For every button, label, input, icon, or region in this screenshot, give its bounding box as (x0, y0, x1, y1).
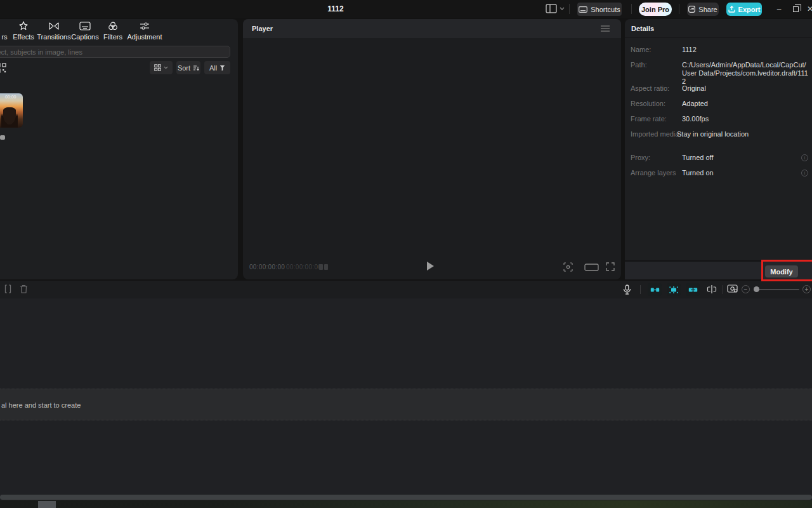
adjustment-icon (140, 21, 150, 31)
player-panel: Player 00:00:00:00 00:00:00:00 (243, 19, 621, 279)
horizontal-scrollbar[interactable] (0, 495, 812, 500)
delete-icon[interactable] (20, 284, 28, 293)
cover-icon[interactable] (727, 284, 738, 293)
tab-adjustment[interactable]: Adjustment (122, 21, 167, 41)
ratio-icon[interactable] (584, 264, 599, 271)
export-icon (728, 6, 735, 13)
filters-icon (108, 21, 118, 31)
join-pro-button[interactable]: Join Pro (639, 3, 672, 16)
zoom-in-button[interactable]: + (802, 285, 811, 293)
close-icon: ✕ (807, 4, 812, 13)
restore-icon (793, 6, 799, 12)
chevron-down-icon (164, 66, 168, 69)
detail-label: Frame rate: (631, 115, 667, 123)
all-label: All (209, 64, 217, 72)
detail-label: Arrange layers (631, 169, 676, 177)
chevron-down-icon (560, 7, 565, 10)
filter-all-button[interactable]: All (204, 61, 230, 74)
timecode-duration: 00:00:00:00 (286, 264, 322, 271)
record-voiceover-icon[interactable] (623, 284, 631, 295)
titlebar-divider (569, 4, 570, 14)
timeline-area: − + al here and start to create (0, 281, 812, 508)
main-track-magnet-icon[interactable] (648, 283, 662, 296)
titlebar-divider (679, 4, 679, 14)
linking-icon[interactable] (686, 283, 700, 296)
layout-switch-button[interactable] (546, 4, 565, 13)
titlebar-divider (631, 4, 632, 14)
detail-value: Turned off (682, 154, 809, 162)
details-title: Details (631, 25, 654, 32)
zoom-out-button[interactable]: − (742, 285, 750, 293)
toolbar-divider (723, 285, 723, 294)
detail-label: Aspect ratio: (631, 84, 669, 92)
thumbnail-image (1, 107, 18, 128)
detail-value: C:/Users/Admin/AppData/Local/CapCut/User… (682, 61, 809, 86)
sort-label: Sort (178, 64, 190, 72)
join-pro-label: Join Pro (641, 6, 669, 13)
thumbnail-timecode: 00:00 (5, 95, 16, 99)
transitions-icon (48, 21, 60, 31)
share-button[interactable]: Share (687, 3, 719, 16)
bottom-strip-segment (38, 501, 56, 508)
detail-label: Resolution: (631, 100, 665, 107)
info-icon[interactable]: i (801, 154, 808, 161)
compact-grid-icon[interactable] (0, 63, 6, 73)
main-track-drop-zone[interactable]: al here and start to create (0, 389, 812, 420)
play-button[interactable] (427, 262, 434, 271)
fit-preview-icon[interactable] (563, 262, 573, 272)
detail-value: Turned on (682, 169, 809, 177)
zoom-slider-thumb[interactable] (754, 286, 759, 292)
player-header: Player (243, 19, 621, 38)
share-label: Share (698, 6, 717, 13)
timeline-empty-hint: al here and start to create (1, 401, 81, 409)
keyboard-icon (579, 6, 587, 13)
funnel-icon (219, 65, 225, 71)
captions-icon (79, 21, 91, 31)
minimize-button[interactable]: – (770, 0, 788, 18)
fullscreen-icon[interactable] (606, 262, 615, 271)
timeline-toolbar: − + (0, 281, 812, 298)
timeline-zoom-slider[interactable] (755, 289, 799, 290)
detail-value: 1112 (682, 46, 809, 54)
effects-icon (18, 21, 29, 31)
detail-label: Name: (631, 46, 651, 53)
detail-value: Stay in original location (677, 130, 810, 138)
info-icon[interactable]: i (801, 170, 808, 177)
export-button[interactable]: Export (726, 3, 762, 16)
search-input[interactable] (0, 46, 230, 58)
media-item-fragment (0, 135, 5, 140)
tab-label: Adjustment (122, 33, 167, 41)
title-bar: 1112 Shortcuts Join Pro (0, 0, 812, 18)
layout-icon (546, 4, 557, 13)
close-button[interactable]: ✕ (801, 0, 812, 18)
detail-value: Original (682, 84, 809, 93)
annotation-highlight-box (761, 260, 812, 281)
detail-label: Imported media: (631, 130, 681, 138)
media-thumbnail[interactable]: 00:00 (0, 93, 23, 128)
sort-icon (193, 65, 199, 71)
detail-label: Path: (631, 61, 647, 69)
details-header: Details (625, 19, 812, 38)
auto-snapping-icon[interactable] (667, 283, 681, 296)
export-label: Export (738, 6, 761, 13)
capcut-window: 1112 Shortcuts Join Pro (0, 0, 812, 508)
project-title: 1112 (327, 4, 343, 13)
preview-axis-icon[interactable] (707, 285, 717, 293)
toolbar-divider (640, 285, 641, 294)
bottom-strip (0, 500, 812, 508)
media-library-panel: rs Effects Transitions Captions (0, 19, 238, 279)
split-icon[interactable] (4, 284, 12, 293)
timecode-current: 00:00:00:00 (249, 264, 285, 271)
shortcuts-button[interactable]: Shortcuts (577, 3, 622, 16)
shortcuts-label: Shortcuts (591, 6, 620, 13)
details-panel: Details Name: 1112 Path: C:/Users/Admin/… (625, 19, 812, 279)
player-menu-icon[interactable] (601, 25, 610, 33)
sort-button[interactable]: Sort (176, 61, 200, 74)
minimize-icon: – (777, 4, 782, 13)
detail-label: Proxy: (631, 154, 650, 161)
player-title: Player (252, 25, 273, 32)
view-mode-dropdown[interactable] (150, 61, 173, 74)
detail-value: Adapted (682, 100, 809, 108)
share-icon (688, 6, 695, 13)
frame-view-icon[interactable] (319, 264, 328, 270)
